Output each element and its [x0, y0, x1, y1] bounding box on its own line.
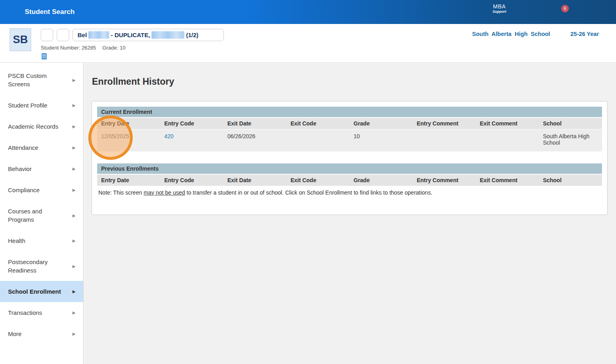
sidebar-item-label: Attendance [8, 143, 38, 152]
sidebar-item-label: Health [8, 237, 25, 245]
col-grade: Grade [350, 118, 413, 129]
sidebar-item-more[interactable]: More ▶ [0, 323, 83, 344]
col-exit-code: Exit Code [287, 118, 350, 129]
table-row: 12/05/2025 420 06/26/2026 10 South Alber… [97, 129, 602, 151]
app-header: Student Search MBA Support 6 [0, 0, 616, 24]
chevron-right-icon: ▶ [72, 143, 76, 152]
sidebar-item-school-enrollment[interactable]: School Enrollment ▶ [0, 281, 83, 302]
col-school: School [539, 118, 602, 129]
chevron-right-icon: ▶ [72, 237, 76, 245]
col-entry-comment: Entry Comment [413, 175, 476, 186]
mba-logo-text: MBA [492, 4, 506, 9]
main-content: Enrollment History Current Enrollment En… [84, 63, 616, 364]
col-grade: Grade [350, 175, 413, 186]
sidebar-item-academic-records[interactable]: Academic Records ▶ [0, 116, 83, 137]
chevron-right-icon: ▶ [72, 122, 76, 131]
col-exit-date: Exit Date [223, 118, 287, 129]
cell-exit-date: 06/26/2026 [223, 129, 287, 151]
sidebar-item-transactions[interactable]: Transactions ▶ [0, 302, 83, 323]
sidebar-item-label: More [8, 330, 22, 338]
redacted-first-name [152, 31, 184, 39]
chevron-right-icon: ▶ [72, 211, 76, 220]
sidebar-item-health[interactable]: Health ▶ [0, 230, 83, 251]
cell-school: South Alberta High School [539, 129, 602, 151]
student-name-counter: (1/2) [186, 32, 198, 38]
note-prefix: Note: This screen [98, 189, 144, 196]
table-header-row: Entry Date Entry Code Exit Date Exit Cod… [97, 118, 602, 129]
chevron-right-icon: ▶ [72, 262, 76, 271]
avatar: SB [10, 28, 31, 51]
transfer-note: Note: This screen may not be used to tra… [97, 189, 602, 196]
col-exit-comment: Exit Comment [476, 118, 539, 129]
cell-exit-code [287, 129, 350, 151]
cell-entry-comment [413, 129, 476, 151]
cell-exit-comment [476, 129, 539, 151]
sidebar-item-label: PSCB Custom Screens [8, 72, 64, 88]
table-header-row: Entry Date Entry Code Exit Date Exit Cod… [97, 175, 602, 186]
entry-code-link[interactable]: 420 [164, 133, 173, 139]
col-exit-date: Exit Date [223, 175, 287, 186]
student-name-selector[interactable]: Bel - DUPLICATE, (1/2) [72, 29, 224, 41]
chevron-right-icon: ▶ [72, 287, 76, 296]
sidebar-item-label: Behavior [8, 165, 32, 173]
cell-grade: 10 [350, 129, 413, 151]
col-entry-code: Entry Code [160, 175, 223, 186]
chevron-right-icon: ▶ [72, 101, 76, 109]
sidebar-item-student-profile[interactable]: Student Profile ▶ [0, 95, 83, 116]
note-suffix: to transfer a student in or out of schoo… [185, 189, 433, 196]
sidebar-nav: PSCB Custom Screens ▶ Student Profile ▶ … [0, 63, 84, 364]
current-enrollment-section-header: Current Enrollment [97, 107, 602, 117]
school-year-label[interactable]: 25-26 Year [570, 31, 599, 37]
sidebar-item-courses-and-programs[interactable]: Courses and Programs ▶ [0, 201, 83, 230]
chevron-right-icon: ▶ [72, 330, 76, 338]
sidebar-item-label: Compliance [8, 186, 40, 194]
sidebar-item-label: Academic Records [8, 122, 58, 131]
student-info-band: SB Bel - DUPLICATE, (1/2) Student Number… [0, 24, 616, 63]
student-search-link[interactable]: Student Search [25, 8, 75, 16]
sidebar-item-label: Transactions [8, 308, 42, 317]
alert-box-1[interactable] [41, 29, 53, 41]
student-grade-label: Grade: 10 [102, 45, 126, 51]
sidebar-item-label: Student Profile [8, 101, 47, 109]
col-school: School [539, 175, 602, 186]
sidebar-item-attendance[interactable]: Attendance ▶ [0, 137, 83, 158]
note-underlined: may not be used [144, 189, 185, 196]
col-entry-date: Entry Date [97, 118, 160, 129]
note-document-icon[interactable] [42, 53, 47, 60]
sidebar-item-postsecondary-readiness[interactable]: Postsecondary Readiness ▶ [0, 251, 83, 281]
enrollment-card: Current Enrollment Entry Date Entry Code… [92, 101, 608, 215]
cell-entry-date: 12/05/2025 [97, 129, 160, 151]
redacted-last-name [88, 31, 109, 39]
col-entry-date: Entry Date [97, 175, 160, 186]
cell-entry-code: 420 [160, 129, 223, 151]
chevron-right-icon: ▶ [72, 308, 76, 317]
student-meta: Student Number: 26285 Grade: 10 [41, 45, 126, 51]
notification-badge[interactable]: 6 [561, 5, 569, 12]
current-enrollment-table: Current Enrollment Entry Date Entry Code… [97, 107, 602, 151]
chevron-right-icon: ▶ [72, 76, 76, 84]
previous-enrollments-section-header: Previous Enrollments [97, 163, 602, 174]
chevron-right-icon: ▶ [72, 186, 76, 194]
student-name-prefix: Bel [78, 32, 87, 38]
mba-support-text: Support [492, 10, 506, 14]
col-entry-code: Entry Code [160, 118, 223, 129]
page-title: Enrollment History [92, 76, 174, 87]
sidebar-item-pscb-custom-screens[interactable]: PSCB Custom Screens ▶ [0, 65, 83, 95]
col-exit-comment: Exit Comment [476, 175, 539, 186]
col-exit-code: Exit Code [287, 175, 350, 186]
mba-support-logo[interactable]: MBA Support [492, 4, 506, 14]
sidebar-item-behavior[interactable]: Behavior ▶ [0, 158, 83, 179]
sidebar-item-compliance[interactable]: Compliance ▶ [0, 179, 83, 201]
sidebar-item-label: Postsecondary Readiness [8, 258, 64, 274]
sidebar-item-label: Courses and Programs [8, 207, 64, 224]
alert-box-2[interactable] [57, 29, 69, 41]
col-entry-comment: Entry Comment [413, 118, 476, 129]
chevron-right-icon: ▶ [72, 165, 76, 173]
school-name-label[interactable]: South Alberta High School [472, 31, 550, 37]
previous-enrollments-table: Previous Enrollments Entry Date Entry Co… [97, 163, 602, 186]
student-number-label: Student Number: 26285 [41, 45, 96, 51]
student-name-middle: - DUPLICATE, [111, 32, 150, 38]
sidebar-item-label: School Enrollment [8, 287, 61, 296]
